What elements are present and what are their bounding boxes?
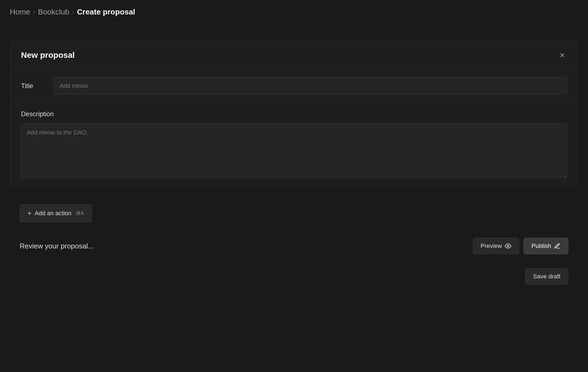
svg-point-0 — [507, 245, 509, 247]
save-draft-button[interactable]: Save draft — [525, 268, 568, 285]
proposal-header: New proposal × — [10, 41, 578, 69]
description-textarea[interactable] — [21, 123, 567, 178]
eye-icon — [505, 243, 511, 249]
breadcrumb: Home › Bookclub › Create proposal — [0, 0, 588, 24]
breadcrumb-current: Create proposal — [77, 8, 135, 16]
add-action-shortcut: ⌘A — [76, 210, 84, 216]
breadcrumb-chevron-2: › — [72, 8, 74, 16]
add-action-section: + Add an action ⌘A — [10, 198, 578, 229]
preview-label: Preview — [481, 242, 502, 250]
breadcrumb-bookclub[interactable]: Bookclub — [38, 8, 69, 16]
pencil-icon — [554, 243, 560, 249]
proposal-header-title: New proposal — [21, 50, 75, 60]
title-label: Title — [21, 82, 43, 90]
review-section: Review your proposal... Preview Publish — [10, 229, 578, 263]
main-content: New proposal × Title Description + Add a… — [0, 24, 588, 307]
title-row: Title — [10, 69, 578, 102]
publish-button[interactable]: Publish — [524, 238, 568, 254]
plus-icon: + — [28, 209, 31, 217]
preview-button[interactable]: Preview — [473, 238, 519, 254]
add-action-button[interactable]: + Add an action ⌘A — [20, 204, 92, 222]
proposal-form-container: New proposal × Title Description — [10, 41, 578, 187]
breadcrumb-chevron-1: › — [33, 8, 35, 16]
add-action-label: Add an action — [35, 210, 72, 217]
close-button[interactable]: × — [557, 50, 567, 61]
title-input[interactable] — [54, 77, 567, 95]
review-actions: Preview Publish — [473, 238, 568, 254]
breadcrumb-home[interactable]: Home — [10, 8, 30, 16]
publish-label: Publish — [531, 242, 551, 250]
save-draft-section: Save draft — [10, 263, 578, 296]
review-text: Review your proposal... — [20, 242, 94, 250]
description-row: Description — [10, 102, 578, 187]
description-label: Description — [21, 110, 567, 118]
